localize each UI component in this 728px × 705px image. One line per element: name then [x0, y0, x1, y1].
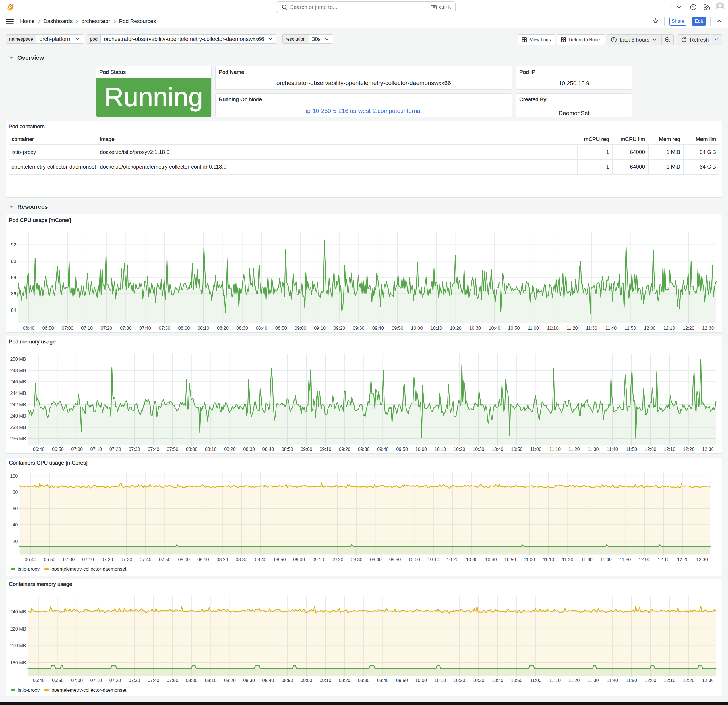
svg-text:07:00: 07:00 [63, 557, 75, 562]
svg-text:12:20: 12:20 [677, 557, 689, 562]
svg-text:07:30: 07:30 [129, 447, 140, 452]
svg-text:40: 40 [13, 522, 17, 527]
svg-text:08:30: 08:30 [236, 557, 247, 562]
svg-text:08:50: 08:50 [282, 678, 293, 683]
svg-text:09:40: 09:40 [372, 326, 384, 331]
svg-text:242 MB: 242 MB [10, 402, 26, 407]
svg-text:09:20: 09:20 [332, 557, 343, 562]
svg-text:07:30: 07:30 [121, 557, 132, 562]
svg-text:07:50: 07:50 [167, 678, 178, 683]
svg-text:11:30: 11:30 [581, 557, 593, 562]
svg-text:11:30: 11:30 [588, 678, 599, 683]
svg-text:10:30: 10:30 [472, 447, 484, 452]
svg-text:07:50: 07:50 [167, 447, 178, 452]
svg-text:10:50: 10:50 [511, 678, 522, 683]
svg-text:08:50: 08:50 [275, 326, 287, 331]
svg-text:12:20: 12:20 [683, 447, 695, 452]
svg-text:08:30: 08:30 [236, 326, 248, 331]
svg-text:09:50: 09:50 [389, 557, 401, 562]
svg-text:11:00: 11:00 [528, 326, 539, 331]
svg-text:08:10: 08:10 [198, 326, 209, 331]
svg-text:09:20: 09:20 [339, 447, 351, 452]
svg-text:07:00: 07:00 [62, 326, 74, 331]
svg-text:08:10: 08:10 [197, 557, 209, 562]
svg-text:10:30: 10:30 [466, 557, 478, 562]
svg-text:12:10: 12:10 [664, 678, 675, 683]
svg-text:10:00: 10:00 [415, 678, 427, 683]
svg-text:11:30: 11:30 [588, 447, 599, 452]
svg-text:10:10: 10:10 [428, 557, 439, 562]
svg-text:10:00: 10:00 [415, 447, 427, 452]
svg-text:07:10: 07:10 [90, 447, 102, 452]
svg-text:11:20: 11:20 [566, 326, 578, 331]
svg-text:12:30: 12:30 [702, 326, 714, 331]
svg-text:11:20: 11:20 [568, 678, 580, 683]
svg-text:06:50: 06:50 [42, 326, 54, 331]
svg-text:06:40: 06:40 [33, 447, 45, 452]
svg-text:08:30: 08:30 [243, 447, 255, 452]
svg-text:07:10: 07:10 [90, 678, 102, 683]
svg-text:11:20: 11:20 [568, 447, 580, 452]
svg-text:07:30: 07:30 [129, 678, 140, 683]
svg-text:09:30: 09:30 [358, 678, 370, 683]
svg-text:08:00: 08:00 [186, 678, 198, 683]
svg-text:12:00: 12:00 [644, 326, 656, 331]
svg-text:08:50: 08:50 [282, 447, 293, 452]
svg-text:07:20: 07:20 [110, 447, 121, 452]
svg-text:09:10: 09:10 [314, 326, 326, 331]
svg-text:08:20: 08:20 [217, 326, 229, 331]
svg-text:08:00: 08:00 [186, 447, 198, 452]
svg-text:09:00: 09:00 [293, 557, 305, 562]
svg-text:10:10: 10:10 [435, 678, 446, 683]
svg-text:11:40: 11:40 [605, 326, 617, 331]
svg-text:10:40: 10:40 [489, 326, 501, 331]
svg-text:07:20: 07:20 [101, 326, 112, 331]
svg-text:09:10: 09:10 [320, 447, 331, 452]
svg-text:11:50: 11:50 [625, 678, 637, 683]
svg-text:11:20: 11:20 [562, 557, 573, 562]
svg-text:246 MB: 246 MB [10, 379, 26, 384]
svg-text:09:40: 09:40 [370, 557, 381, 562]
svg-text:08:10: 08:10 [205, 678, 217, 683]
svg-text:08:30: 08:30 [243, 678, 255, 683]
svg-text:84: 84 [11, 308, 16, 313]
svg-text:12:00: 12:00 [639, 557, 650, 562]
svg-text:80: 80 [13, 490, 17, 495]
svg-text:240 MB: 240 MB [10, 609, 26, 614]
svg-text:09:40: 09:40 [377, 678, 389, 683]
svg-text:07:00: 07:00 [71, 678, 83, 683]
svg-text:09:10: 09:10 [312, 557, 324, 562]
svg-text:11:00: 11:00 [524, 557, 535, 562]
svg-text:07:10: 07:10 [82, 557, 94, 562]
svg-text:238 MB: 238 MB [10, 425, 26, 430]
svg-text:11:50: 11:50 [620, 557, 631, 562]
svg-text:10:40: 10:40 [492, 447, 503, 452]
svg-text:09:50: 09:50 [391, 326, 403, 331]
svg-text:12:20: 12:20 [683, 326, 695, 331]
svg-text:07:50: 07:50 [159, 557, 170, 562]
svg-text:12:30: 12:30 [702, 678, 714, 683]
svg-text:07:50: 07:50 [159, 326, 170, 331]
svg-text:09:10: 09:10 [320, 678, 331, 683]
svg-text:07:20: 07:20 [110, 678, 121, 683]
svg-text:220 MB: 220 MB [10, 626, 26, 631]
svg-text:11:50: 11:50 [625, 326, 636, 331]
svg-text:08:00: 08:00 [178, 557, 190, 562]
svg-text:06:40: 06:40 [23, 326, 35, 331]
svg-text:07:30: 07:30 [120, 326, 131, 331]
svg-text:10:30: 10:30 [469, 326, 481, 331]
svg-text:08:00: 08:00 [178, 326, 190, 331]
svg-text:86: 86 [11, 291, 16, 296]
svg-text:11:10: 11:10 [543, 557, 554, 562]
svg-text:08:20: 08:20 [224, 447, 236, 452]
svg-text:12:10: 12:10 [658, 557, 669, 562]
svg-text:09:20: 09:20 [339, 678, 350, 683]
svg-text:180 MB: 180 MB [10, 660, 26, 665]
svg-text:11:40: 11:40 [600, 557, 612, 562]
svg-text:10:20: 10:20 [450, 326, 462, 331]
svg-text:07:40: 07:40 [147, 447, 159, 452]
svg-text:08:40: 08:40 [256, 326, 267, 331]
svg-text:248 MB: 248 MB [10, 368, 26, 373]
svg-text:07:00: 07:00 [71, 447, 83, 452]
svg-text:200 MB: 200 MB [10, 643, 26, 648]
